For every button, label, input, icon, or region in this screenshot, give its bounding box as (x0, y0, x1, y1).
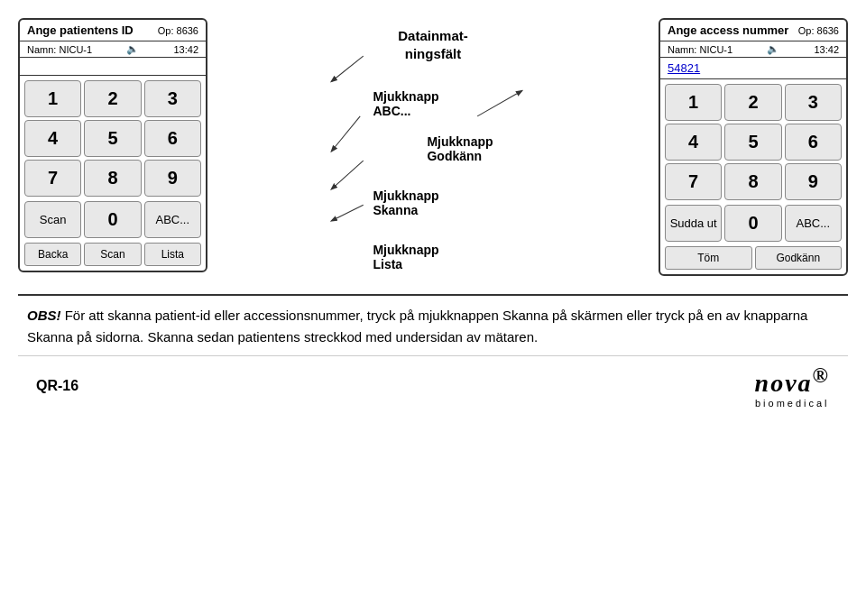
obs-prefix: OBS! (27, 308, 61, 323)
bottom-section: OBS! För att skanna patient-id eller acc… (18, 294, 848, 348)
key-5-right[interactable]: 5 (724, 124, 781, 161)
left-keypad-bottom: Scan 0 ABC... (20, 201, 206, 243)
right-input-row: 54821 (660, 58, 846, 79)
datainmat-label: Datainmat-ningsfält (398, 27, 468, 62)
right-soft-keys: Töm Godkänn (660, 246, 846, 274)
key-scan-left[interactable]: Scan (24, 201, 81, 238)
right-device-header: Ange access nummer Op: 8636 (660, 20, 846, 41)
nova-logo: nova® biomedical (755, 363, 830, 409)
soft-btn-tom[interactable]: Töm (665, 246, 752, 270)
nova-sub-text: biomedical (755, 398, 830, 409)
obs-body: För att skanna patient-id eller accessio… (27, 308, 807, 345)
right-panel-op: Op: 8636 (798, 25, 839, 36)
left-soft-keys: Backa Scan Lista (20, 243, 206, 271)
obs-paragraph: OBS! För att skanna patient-id eller acc… (18, 305, 848, 348)
key-4-right[interactable]: 4 (665, 124, 722, 161)
key-2-left[interactable]: 2 (84, 80, 141, 117)
page-ref: QR-16 (36, 378, 78, 394)
key-8-right[interactable]: 8 (724, 163, 781, 200)
nova-word: nova (755, 369, 813, 397)
left-time: 13:42 (173, 44, 198, 55)
right-panel-title: Ange access nummer (668, 23, 788, 37)
mjukknapp-abc-label: MjukknappABC... (373, 89, 438, 118)
mjukknapp-godkann-label: MjukknappGodkänn (427, 134, 493, 163)
soft-btn-backa[interactable]: Backa (24, 243, 81, 266)
left-keypad: 1 2 3 4 5 6 7 8 9 (20, 76, 206, 201)
svg-line-0 (332, 56, 364, 81)
soft-btn-scan-left[interactable]: Scan (84, 243, 141, 266)
right-device-panel: Ange access nummer Op: 8636 Namn: NICU-1… (659, 18, 848, 276)
soft-btn-lista-left[interactable]: Lista (144, 243, 201, 266)
nova-registered: ® (813, 363, 830, 387)
right-input-value: 54821 (668, 61, 700, 75)
left-panel-title: Ange patientens ID (27, 23, 134, 37)
key-9-left[interactable]: 9 (144, 160, 201, 197)
key-7-left[interactable]: 7 (24, 160, 81, 197)
key-7-right[interactable]: 7 (665, 163, 722, 200)
right-time: 13:42 (814, 44, 839, 55)
mjukknapp-lista-label: MjukknappLista (373, 243, 438, 271)
left-name-label: Namn: NICU-1 (27, 44, 92, 55)
right-subheader: Namn: NICU-1 🔈 13:42 (660, 41, 846, 58)
key-6-left[interactable]: 6 (144, 120, 201, 157)
annotations-area: Datainmat-ningsfält MjukknappABC... Mjuk… (216, 18, 650, 271)
key-2-right[interactable]: 2 (724, 84, 781, 121)
key-3-right[interactable]: 3 (785, 84, 842, 121)
key-3-left[interactable]: 3 (144, 80, 201, 117)
key-abc-left[interactable]: ABC... (144, 201, 201, 238)
mjukknapp-skanna-label: MjukknappSkanna (373, 188, 438, 217)
top-section: Ange patientens ID Op: 8636 Namn: NICU-1… (18, 9, 848, 285)
key-8-left[interactable]: 8 (84, 160, 141, 197)
key-0-right[interactable]: 0 (724, 205, 781, 242)
annotation-list: MjukknappABC... MjukknappGodkänn Mjukkna… (373, 89, 493, 271)
nova-brand-text: nova® (755, 363, 830, 398)
left-input-row (20, 58, 206, 76)
key-abc-right[interactable]: ABC... (785, 205, 842, 242)
key-9-right[interactable]: 9 (785, 163, 842, 200)
key-1-left[interactable]: 1 (24, 80, 81, 117)
left-subheader: Namn: NICU-1 🔈 13:42 (20, 41, 206, 58)
left-speaker-icon: 🔈 (126, 43, 139, 55)
key-0-left[interactable]: 0 (84, 201, 141, 238)
left-device-header: Ange patientens ID Op: 8636 (20, 20, 206, 41)
right-speaker-icon: 🔈 (767, 43, 779, 55)
right-name-label: Namn: NICU-1 (668, 44, 732, 55)
key-4-left[interactable]: 4 (24, 120, 81, 157)
svg-line-1 (332, 116, 361, 152)
footer: QR-16 nova® biomedical (18, 355, 848, 412)
key-1-right[interactable]: 1 (665, 84, 722, 121)
soft-btn-godkann[interactable]: Godkänn (755, 246, 843, 270)
svg-line-4 (332, 205, 364, 221)
right-keypad: 1 2 3 4 5 6 7 8 9 (660, 79, 846, 205)
key-6-right[interactable]: 6 (785, 124, 842, 161)
key-sudda-right[interactable]: Sudda ut (665, 205, 722, 242)
left-panel-op: Op: 8636 (158, 25, 198, 36)
right-keypad-bottom: Sudda ut 0 ABC... (660, 205, 846, 246)
key-5-left[interactable]: 5 (84, 120, 141, 157)
svg-line-3 (332, 161, 364, 189)
left-device-panel: Ange patientens ID Op: 8636 Namn: NICU-1… (18, 18, 207, 272)
